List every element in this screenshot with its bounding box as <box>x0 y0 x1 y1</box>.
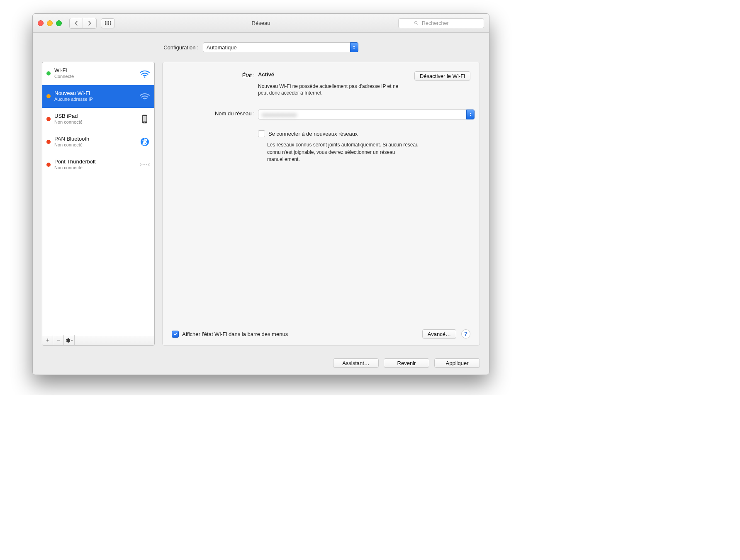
service-status: Non connecté <box>54 142 135 148</box>
show-wifi-menu-checkbox[interactable]: Afficher l'état Wi-Fi dans la barre des … <box>172 331 288 338</box>
minimize-window-button[interactable] <box>47 20 53 26</box>
sidebar-item-pont-thunderbolt[interactable]: Pont ThunderboltNon connecté <box>42 153 154 176</box>
forward-button[interactable] <box>83 18 96 28</box>
service-status: Aucune adresse IP <box>54 97 135 102</box>
revert-button[interactable]: Revenir <box>384 358 429 368</box>
svg-rect-4 <box>143 116 146 122</box>
chevron-left-icon <box>74 21 79 26</box>
status-note: Nouveau Wi-Fi ne possède actuellement pa… <box>258 83 399 96</box>
ipad-icon <box>139 114 151 124</box>
main-area: Wi-FiConnectéNouveau Wi-FiAucune adresse… <box>33 62 489 351</box>
checkmark-icon <box>173 332 178 336</box>
gear-icon <box>65 338 73 343</box>
join-new-row: Se connecter à de nouveaux réseaux Les r… <box>172 130 470 163</box>
wifi-icon <box>139 92 151 101</box>
sidebar-item-pan-bluetooth[interactable]: PAN BluetoothNon connecté <box>42 131 154 153</box>
apply-button[interactable]: Appliquer <box>434 358 480 368</box>
status-dot <box>46 71 51 75</box>
join-new-checkbox[interactable]: Se connecter à de nouveaux réseaux <box>258 130 470 137</box>
status-row: État : Activé Désactiver le Wi-Fi Nouvea… <box>172 71 470 96</box>
search-field[interactable] <box>398 18 484 28</box>
status-dot <box>46 140 51 144</box>
service-status: Non connecté <box>54 165 135 170</box>
service-list: Wi-FiConnectéNouveau Wi-FiAucune adresse… <box>42 62 154 335</box>
stepper-icon <box>350 42 358 52</box>
detail-panel: État : Activé Désactiver le Wi-Fi Nouvea… <box>162 62 480 346</box>
thunderbolt-icon <box>139 160 151 169</box>
service-status: Connecté <box>54 74 135 79</box>
join-new-hint: Les réseaux connus seront joints automat… <box>267 141 421 163</box>
add-service-button[interactable]: ＋ <box>42 335 53 345</box>
footer: Assistant… Revenir Appliquer <box>33 351 489 375</box>
service-name: USB iPad <box>54 113 135 119</box>
remove-service-button[interactable]: － <box>53 335 64 345</box>
stepper-icon <box>466 110 475 119</box>
join-new-label: Se connecter à de nouveaux réseaux <box>268 131 358 137</box>
sidebar-actions: ＋ － <box>42 335 154 345</box>
sidebar-item-nouveau-wi-fi[interactable]: Nouveau Wi-FiAucune adresse IP <box>42 85 154 108</box>
status-value: Activé <box>258 71 274 80</box>
service-name: PAN Bluetooth <box>54 136 135 142</box>
wifi-icon <box>139 69 151 78</box>
service-status: Non connecté <box>54 119 135 125</box>
advanced-button[interactable]: Avancé… <box>422 329 456 338</box>
svg-point-2 <box>144 99 145 100</box>
grid-icon <box>105 21 111 25</box>
svg-point-9 <box>146 164 147 166</box>
status-dot <box>46 163 51 167</box>
chevron-right-icon <box>87 21 92 26</box>
service-name: Pont Thunderbolt <box>54 159 135 165</box>
help-button[interactable]: ? <box>461 329 470 338</box>
network-name-row: Nom du réseau : xxxxxxxxxxxxx <box>172 110 470 119</box>
plus-icon: ＋ <box>45 336 51 344</box>
wifi-toggle-button[interactable]: Désactiver le Wi-Fi <box>414 71 470 80</box>
assistant-button[interactable]: Assistant… <box>333 358 379 368</box>
back-button[interactable] <box>70 18 83 28</box>
svg-point-7 <box>143 164 144 166</box>
service-sidebar: Wi-FiConnectéNouveau Wi-FiAucune adresse… <box>42 62 155 346</box>
traffic-lights <box>38 20 62 26</box>
status-label: État : <box>172 71 258 78</box>
prefs-window: Réseau Configuration : Automatique <box>32 13 489 375</box>
network-name-popup[interactable]: xxxxxxxxxxxxx <box>258 110 475 119</box>
service-menu-button[interactable] <box>64 335 75 345</box>
zoom-window-button[interactable] <box>56 20 62 26</box>
minus-icon: － <box>56 336 61 344</box>
status-dot <box>46 94 51 98</box>
search-input[interactable] <box>421 20 468 27</box>
service-name: Nouveau Wi-Fi <box>54 90 135 97</box>
checkbox-box <box>172 331 179 338</box>
config-row: Configuration : Automatique <box>33 33 489 62</box>
search-icon <box>414 21 419 25</box>
svg-point-5 <box>144 122 145 123</box>
svg-point-1 <box>144 76 145 78</box>
close-window-button[interactable] <box>38 20 44 26</box>
checkbox-box <box>258 130 265 137</box>
titlebar: Réseau <box>33 14 489 33</box>
status-dot <box>46 117 51 121</box>
config-popup[interactable]: Automatique <box>203 42 358 52</box>
bluetooth-icon <box>139 137 151 146</box>
config-value: Automatique <box>207 44 237 51</box>
help-icon: ? <box>464 331 468 337</box>
network-name-label: Nom du réseau : <box>172 110 258 117</box>
sidebar-item-usb-ipad[interactable]: USB iPadNon connecté <box>42 108 154 131</box>
config-label: Configuration : <box>163 44 199 51</box>
show-all-button[interactable] <box>101 18 115 28</box>
sidebar-item-wi-fi[interactable]: Wi-FiConnecté <box>42 62 154 85</box>
network-name-value: xxxxxxxxxxxxx <box>262 112 297 118</box>
service-name: Wi-Fi <box>54 68 135 74</box>
detail-bottom: Afficher l'état Wi-Fi dans la barre des … <box>172 329 470 338</box>
show-wifi-menu-label: Afficher l'état Wi-Fi dans la barre des … <box>182 331 288 337</box>
nav-back-forward <box>69 18 97 29</box>
svg-point-8 <box>144 164 146 166</box>
